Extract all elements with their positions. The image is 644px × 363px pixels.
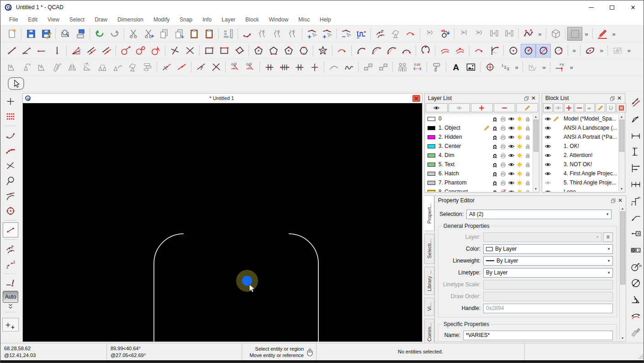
collapse-snap-toolbar-button[interactable] [4,303,17,310]
line-relative-angle-button[interactable] [167,44,182,58]
block-list-float-button[interactable] [608,95,616,102]
rename-block-button[interactable]: a|b [585,103,595,112]
trim-button[interactable] [227,60,243,74]
menu-misc[interactable]: Misc [293,15,315,25]
line-tangent-2-circles-button[interactable] [133,44,148,58]
property-editor-scrollbar[interactable]: ▲ ▼ [619,205,625,341]
project-button[interactable] [79,60,95,74]
scroll-down-icon[interactable]: ▼ [619,186,624,192]
cut-with-reference-button[interactable] [141,27,156,41]
menu-select[interactable]: Select [64,15,90,25]
offset-copy-button[interactable] [360,60,375,74]
overflow-8-button[interactable]: » [540,60,548,74]
trim-both-button[interactable] [243,60,258,74]
menu-window[interactable]: Window [264,15,294,25]
blend-curves-button[interactable] [471,27,486,41]
vertex-append-button[interactable] [319,27,334,41]
save-button[interactable] [23,27,38,41]
overflow-6-button[interactable]: » [625,44,633,58]
mdi-close-button[interactable] [412,95,420,102]
remove-block-button[interactable] [575,103,584,112]
rotate-two-button[interactable] [95,60,110,74]
edit-block-button[interactable] [596,103,605,112]
copy-button[interactable] [156,27,171,41]
vertex-add-button[interactable] [304,27,319,41]
circle-2-points-button[interactable] [521,44,536,58]
scroll-up-icon[interactable]: ▲ [619,114,624,120]
arc-2-points-radius-button[interactable] [354,44,369,58]
arc-2-points-angle-button[interactable] [369,44,384,58]
color-combo[interactable]: By Layer ▾ [483,244,613,254]
menu-file[interactable]: File [4,15,23,25]
dim-diametric-button[interactable] [628,275,644,291]
mirror-button[interactable] [64,60,79,74]
overflow-9-button[interactable]: » [567,60,575,74]
polyline-equidistant-button[interactable] [388,27,403,41]
print-preview-button[interactable] [58,27,73,41]
layer-row[interactable]: 7. Phantom [425,178,533,187]
polyline-to-segments-button[interactable] [270,27,285,41]
polygon-corner-corner-button[interactable] [266,44,281,58]
block-row[interactable]: 1. OK! [543,142,618,151]
line-2-points-button[interactable] [4,44,19,58]
print-button[interactable] [73,27,88,41]
layer-list-float-button[interactable] [523,95,530,102]
hatch-button[interactable] [610,44,625,58]
scroll-down-icon[interactable]: ▼ [533,186,538,192]
layer-row[interactable]: 8. Construct... [425,187,533,192]
dim-edit-button[interactable] [628,324,644,341]
menu-help[interactable]: Help [315,15,336,25]
dim-baseline-button[interactable] [628,160,644,176]
line-bisector-button[interactable] [69,44,84,58]
property-editor-float-button[interactable] [609,197,617,204]
layer-row[interactable]: 0 [425,114,533,123]
block-row[interactable]: ANSI A Portrait (*Pa... [543,132,618,142]
add-layer-button[interactable] [471,103,493,112]
block-row[interactable]: 5. Third Angle Proje... [543,178,618,187]
snap-tangential-button[interactable] [3,188,18,203]
spline-edit-button[interactable] [521,27,536,41]
annotate-pencil-button[interactable] [595,27,610,41]
round-corner-button[interactable] [326,60,341,74]
snap-reference-button[interactable] [3,222,18,237]
arc-interactive-button[interactable] [334,44,349,58]
cross-lines-button[interactable] [182,44,197,58]
block-list-scrollbar[interactable]: ▲ ▼ [618,114,624,192]
block-list-close-button[interactable]: ✕ [616,95,623,102]
insert-block-button[interactable] [606,103,616,112]
block-row[interactable]: Model (*Model_Spa... [543,114,618,123]
add-block-button[interactable] [564,103,574,112]
hide-all-blocks-button[interactable] [554,103,563,112]
menu-view[interactable]: View [42,15,64,25]
block-list-header[interactable]: Block List ✕ [542,94,625,103]
rectangle-2-points-button[interactable] [201,44,216,58]
stretch-freely-button[interactable] [34,60,49,74]
edit-layer-button[interactable] [516,103,538,112]
drawing-entity-left[interactable] [154,234,184,342]
menu-info[interactable]: Info [197,15,216,25]
cut-button[interactable] [126,27,141,41]
snap-entity-center-button[interactable] [3,173,18,188]
menu-modify[interactable]: Modify [148,15,174,25]
break-gap-button[interactable] [292,60,307,74]
scroll-up-icon[interactable]: ▲ [533,114,538,120]
skew-button[interactable] [49,60,64,74]
snap-center-button[interactable] [3,203,18,218]
overflow-5-button[interactable]: » [597,44,606,58]
menu-edit[interactable]: Edit [23,15,42,25]
arc-concentric-button[interactable] [399,44,414,58]
layer-list-scrollbar[interactable]: ▲ ▼ [533,114,538,192]
selection-combo[interactable]: All (2) ▾ [466,210,612,219]
dock-tab-4[interactable]: Comm... [424,319,434,345]
shape-transform-button[interactable] [437,27,452,41]
layer-menu-button[interactable]: ≡ [603,232,613,242]
mdi-title-bar[interactable]: Q * Untitled 1 [23,94,422,103]
break-out-manual-button[interactable] [277,60,292,74]
dim-aligned-button[interactable] [628,94,644,110]
auto-trim-button[interactable] [208,60,223,74]
scroll-up-icon[interactable]: ▲ [620,205,625,211]
lengthen-button[interactable] [159,60,174,74]
offset-move-button[interactable] [375,60,391,74]
restrict-orthogonal-button[interactable] [2,318,19,331]
new-document-button[interactable] [4,27,19,41]
